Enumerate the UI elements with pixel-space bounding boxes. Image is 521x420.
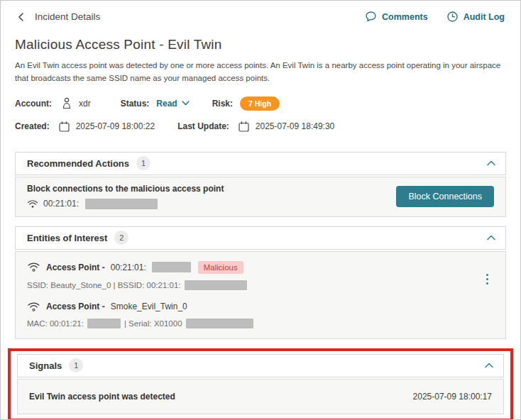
recommended-actions-count: 1 — [136, 156, 150, 170]
signals-title: Signals — [29, 360, 62, 371]
created-label: Created: — [15, 121, 50, 131]
clock-icon — [446, 11, 459, 23]
entity-details-text: MAC: 00:01:21: — [27, 319, 84, 328]
chevron-down-icon — [182, 101, 190, 106]
signals-section: Signals 1 Evil Twin access point was det… — [17, 354, 504, 414]
created-value: 2025-07-09 18:00:22 — [76, 121, 155, 131]
recommended-actions-title: Recommended Actions — [27, 158, 129, 169]
entity-details-text: | Serial: X01000 — [124, 319, 182, 328]
last-update-label: Last Update: — [177, 121, 229, 131]
red-annotation-box: Signals 1 Evil Twin access point was det… — [8, 348, 513, 420]
entity-name: 00:21:01: — [111, 262, 146, 272]
wifi-icon — [27, 302, 40, 312]
collapse-chevron-up-icon[interactable] — [487, 235, 495, 241]
calendar-icon — [58, 121, 70, 133]
action-target-mac: 00:21:01: — [43, 199, 79, 209]
entities-header: Entities of Interest 2 — [15, 226, 506, 250]
account-label: Account: — [15, 99, 52, 109]
back-chevron-icon — [16, 12, 26, 22]
entities-body: Access Point - 00:21:01: Malicious SSID:… — [15, 251, 506, 339]
account-value: xdr — [79, 99, 91, 109]
recommended-actions-header: Recommended Actions 1 — [15, 152, 506, 175]
action-title: Block connections to the malicious acces… — [27, 184, 224, 194]
comment-bubble-icon — [365, 11, 377, 23]
entity-row-access-point-2: Access Point - Smoke_Evil_Twin_0 MAC: 00… — [27, 302, 494, 328]
last-update-value: 2025-07-09 18:49:30 — [256, 121, 334, 131]
incident-description: An Evil Twin access point was detected b… — [15, 60, 506, 85]
redacted-value — [185, 280, 247, 290]
recommended-actions-section: Recommended Actions 1 Block connections … — [15, 152, 506, 217]
status-dropdown[interactable]: Read — [156, 99, 189, 109]
risk-label: Risk: — [212, 99, 233, 109]
status-label: Status: — [121, 99, 150, 109]
comments-label: Comments — [382, 12, 428, 22]
risk-badge: 7 High — [240, 96, 280, 111]
top-bar: Incident Details Comments Audit Log — [1, 1, 520, 27]
malicious-badge: Malicious — [198, 261, 243, 274]
signals-header: Signals 1 — [17, 354, 504, 377]
wifi-icon — [27, 199, 38, 209]
person-icon — [60, 96, 73, 110]
entity-type-label: Access Point - — [46, 262, 105, 272]
redacted-value — [186, 319, 253, 328]
signal-text: Evil Twin access point was detected — [29, 392, 175, 402]
back-button[interactable] — [16, 12, 26, 22]
calendar-icon — [238, 121, 250, 133]
signals-count: 1 — [69, 358, 83, 372]
block-connections-button[interactable]: Block Connections — [396, 186, 494, 207]
audit-log-button[interactable]: Audit Log — [446, 11, 505, 23]
wifi-icon — [27, 262, 40, 272]
redacted-value — [87, 319, 121, 328]
collapse-chevron-up-icon[interactable] — [485, 363, 493, 368]
incident-details-page: Incident Details Comments Audit Log Mali… — [0, 0, 521, 420]
entity-row-access-point-1: Access Point - 00:21:01: Malicious SSID:… — [27, 261, 494, 290]
signal-timestamp: 2025-07-09 18:00:17 — [413, 392, 492, 402]
recommended-actions-body: Block connections to the malicious acces… — [15, 177, 506, 217]
entities-section: Entities of Interest 2 Access Point - 00… — [15, 226, 506, 339]
recommended-action-row: Block connections to the malicious acces… — [16, 177, 505, 216]
page-title: Incident Details — [35, 11, 100, 22]
comments-button[interactable]: Comments — [365, 11, 428, 23]
status-value: Read — [156, 99, 177, 109]
entities-title: Entities of Interest — [27, 233, 107, 243]
redacted-value — [152, 262, 191, 272]
entity-type-label: Access Point - — [46, 302, 105, 311]
redacted-value — [85, 199, 158, 209]
meta-row-account-status-risk: Account: xdr Status: Read Risk: 7 High — [15, 96, 506, 111]
meta-row-dates: Created: 2025-07-09 18:00:22 Last Update… — [15, 121, 506, 133]
entities-count: 2 — [114, 231, 128, 245]
entity-details-text: SSID: Beauty_Stone_0 | BSSID: 00:21:01: — [27, 281, 181, 289]
kebab-menu-icon[interactable] — [483, 271, 491, 287]
collapse-chevron-up-icon[interactable] — [487, 160, 495, 166]
signals-body: Evil Twin access point was detected 2025… — [17, 379, 504, 414]
audit-log-label: Audit Log — [464, 12, 505, 22]
entity-name: Smoke_Evil_Twin_0 — [111, 302, 187, 311]
incident-title: Malicious Access Point - Evil Twin — [15, 37, 506, 52]
signal-row: Evil Twin access point was detected 2025… — [18, 380, 503, 414]
